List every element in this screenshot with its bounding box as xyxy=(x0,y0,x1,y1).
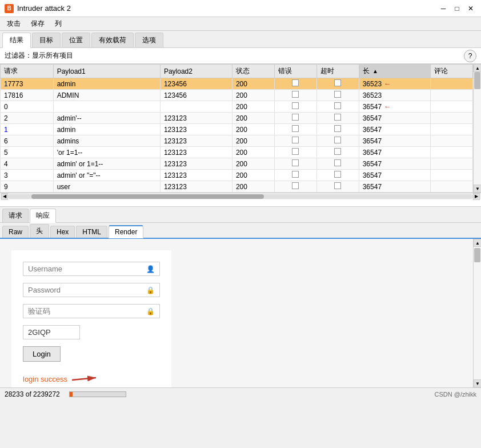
render-scroll-track[interactable] xyxy=(474,247,481,379)
help-button[interactable]: ? xyxy=(464,50,476,62)
tab-position[interactable]: 位置 xyxy=(62,33,90,47)
table-row[interactable]: 5 'or 1=1-- 123123 200 36547 xyxy=(1,147,473,158)
cell-length: 36523 xyxy=(359,90,430,101)
col-request[interactable]: 请求 xyxy=(1,65,54,78)
col-timeout[interactable]: 超时 xyxy=(316,65,359,78)
close-button[interactable]: ✕ xyxy=(465,3,476,14)
results-table: 请求 Payload1 Payload2 状态 错误 超时 长 ▲ 评论 177… xyxy=(0,64,473,193)
vertical-scrollbar[interactable]: ▲ ▼ xyxy=(473,64,481,193)
table-row[interactable]: 2 admin'-- 123123 200 36547 xyxy=(1,113,473,124)
table-row[interactable]: 0 200 36547 ← xyxy=(1,101,473,113)
cell-request: 4 xyxy=(1,158,54,170)
error-checkbox xyxy=(292,114,299,121)
col-payload2[interactable]: Payload2 xyxy=(160,65,232,78)
render-scrollbar[interactable]: ▲ ▼ xyxy=(473,239,481,387)
table-row[interactable]: 17773 admin 123456 200 36523 ← xyxy=(1,78,473,90)
error-checkbox xyxy=(292,125,299,132)
timeout-checkbox xyxy=(334,91,341,98)
tab-results[interactable]: 结果 xyxy=(2,33,31,48)
timeout-checkbox xyxy=(334,79,341,86)
render-scroll-thumb[interactable] xyxy=(474,248,480,262)
window-title: Intruder attack 2 xyxy=(17,4,71,13)
col-status[interactable]: 状态 xyxy=(232,65,274,78)
tab-payload[interactable]: 有效载荷 xyxy=(91,33,134,47)
cell-length: 36547 xyxy=(359,181,430,193)
cell-timeout xyxy=(316,101,359,113)
menu-save[interactable]: 保存 xyxy=(26,18,49,30)
cell-length: 36547 xyxy=(359,147,430,158)
scroll-thumb[interactable] xyxy=(474,72,480,89)
render-scroll-up[interactable]: ▲ xyxy=(474,239,481,247)
lock-icon: 🔒 xyxy=(146,286,155,294)
filter-label: 过滤器：显示所有项目 xyxy=(5,51,73,61)
sub-tab-raw[interactable]: Raw xyxy=(2,226,29,238)
cell-request: 5 xyxy=(1,147,54,158)
cell-request: 2 xyxy=(1,113,54,124)
render-scroll-down[interactable]: ▼ xyxy=(474,379,481,387)
timeout-checkbox xyxy=(334,114,341,121)
progress-bar xyxy=(69,391,126,397)
password-field[interactable]: 🔒 xyxy=(23,283,160,297)
captcha-label-input[interactable] xyxy=(28,307,144,315)
sub-tab-headers[interactable]: 头 xyxy=(30,224,49,238)
cell-status: 200 xyxy=(232,78,274,90)
title-bar: B Intruder attack 2 ─ □ ✕ xyxy=(0,0,481,17)
cell-timeout xyxy=(316,78,359,90)
cell-timeout xyxy=(316,181,359,193)
table-row[interactable]: 17816 ADMIN 123456 200 36523 xyxy=(1,90,473,101)
username-field[interactable]: 👤 xyxy=(23,262,160,276)
cell-error xyxy=(274,147,316,158)
cell-timeout xyxy=(316,135,359,147)
horizontal-scrollbar[interactable]: ◀ ▶ xyxy=(0,193,481,199)
cell-payload1: admin xyxy=(53,78,160,90)
sort-arrow-icon: ▲ xyxy=(372,68,378,74)
captcha-value: 2GIQP xyxy=(28,328,51,337)
sub-tab-bar: Raw 头 Hex HTML Render xyxy=(0,223,481,239)
cell-status: 200 xyxy=(232,90,274,101)
scroll-right-button[interactable]: ▶ xyxy=(473,193,480,200)
captcha-label-field[interactable]: 🔒 xyxy=(23,304,160,318)
scroll-track-h[interactable] xyxy=(8,194,473,199)
cell-error xyxy=(274,135,316,147)
panel-tab-response[interactable]: 响应 xyxy=(30,209,56,223)
table-row[interactable]: 1 admin 123123 200 36547 xyxy=(1,124,473,135)
table-row[interactable]: 4 admin' or 1=1-- 123123 200 36547 xyxy=(1,158,473,170)
scroll-down-button[interactable]: ▼ xyxy=(474,185,481,193)
scroll-up-button[interactable]: ▲ xyxy=(474,64,481,72)
cell-timeout xyxy=(316,170,359,181)
user-icon: 👤 xyxy=(146,265,155,273)
tab-target[interactable]: 目标 xyxy=(32,33,61,47)
login-button[interactable]: Login xyxy=(23,346,61,362)
table-row[interactable]: 6 admins 123123 200 36547 xyxy=(1,135,473,147)
password-input[interactable] xyxy=(28,286,144,294)
table-row[interactable]: 3 admin' or "="-- 123123 200 36547 xyxy=(1,170,473,181)
menu-column[interactable]: 列 xyxy=(50,18,66,30)
table-row[interactable]: 9 user 123123 200 36547 xyxy=(1,181,473,193)
cell-comment xyxy=(431,113,473,124)
menu-attack[interactable]: 攻击 xyxy=(2,18,25,30)
scroll-track[interactable] xyxy=(474,72,481,185)
col-length[interactable]: 长 ▲ xyxy=(359,65,430,78)
cell-length: 36547 xyxy=(359,113,430,124)
tab-options[interactable]: 选项 xyxy=(135,33,163,47)
brand-label: CSDN @/zhikk xyxy=(434,391,476,398)
minimize-button[interactable]: ─ xyxy=(438,3,449,14)
panel-tab-request[interactable]: 请求 xyxy=(2,209,29,222)
username-input[interactable] xyxy=(28,265,144,273)
scroll-left-button[interactable]: ◀ xyxy=(1,193,8,200)
render-content: 👤 🔒 🔒 2GIQP Login login success xyxy=(0,239,481,387)
cell-error xyxy=(274,90,316,101)
col-error[interactable]: 错误 xyxy=(274,65,316,78)
col-comment[interactable]: 评论 xyxy=(431,65,473,78)
table-header-row: 请求 Payload1 Payload2 状态 错误 超时 长 ▲ 评论 xyxy=(1,65,473,78)
timeout-checkbox xyxy=(334,182,341,189)
scroll-thumb-h[interactable] xyxy=(31,194,264,199)
cell-length: 36547 xyxy=(359,170,430,181)
sub-tab-html[interactable]: HTML xyxy=(76,226,107,238)
cell-payload1: admins xyxy=(53,135,160,147)
maximize-button[interactable]: □ xyxy=(451,3,463,14)
col-payload1[interactable]: Payload1 xyxy=(53,65,160,78)
cell-comment xyxy=(431,170,473,181)
sub-tab-hex[interactable]: Hex xyxy=(50,226,75,238)
sub-tab-render[interactable]: Render xyxy=(109,225,143,238)
